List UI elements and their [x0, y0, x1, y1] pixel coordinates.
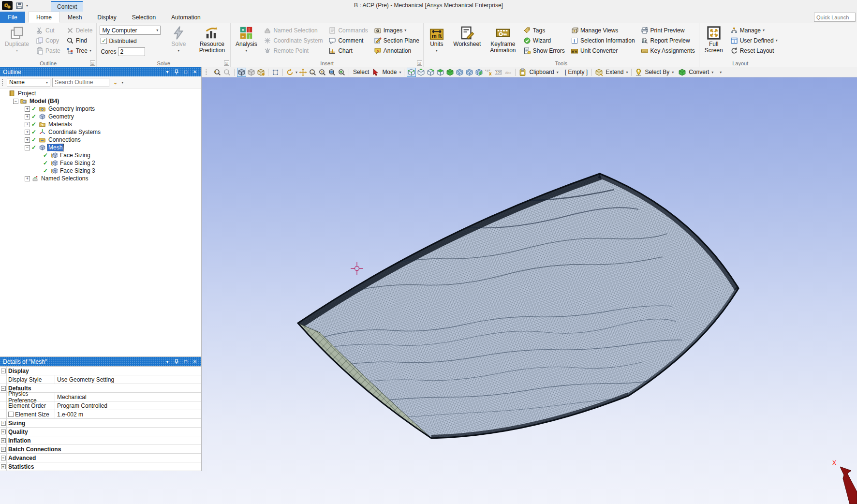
coordinate-system-button[interactable]: Coordinate System [263, 36, 324, 45]
cores-input[interactable] [118, 47, 145, 56]
details-row-advanced[interactable]: +Advanced [0, 454, 201, 462]
tab-selection[interactable]: Selection [124, 12, 163, 23]
details-expander-icon[interactable]: + [1, 464, 6, 469]
tree-item-face-sizing-3[interactable]: ✓Face Sizing 3 [0, 167, 201, 175]
tab-file[interactable]: File [0, 12, 25, 23]
property-value[interactable]: 1.e-002 m [55, 410, 201, 418]
next-zoom-icon[interactable] [223, 68, 231, 76]
rotate-icon[interactable] [286, 68, 294, 76]
tree-item-named-selections[interactable]: +Named Selections [0, 175, 201, 182]
clipboard-caret-icon[interactable]: ▾ [557, 70, 559, 74]
details-row-physics-preference[interactable]: Physics PreferenceMechanical [0, 393, 201, 401]
details-row-display-style[interactable]: Display StyleUse Geometry Setting [0, 375, 201, 384]
extend-caret-icon[interactable]: ▾ [626, 70, 628, 74]
reset-layout-button[interactable]: Reset Layout [729, 46, 779, 55]
tree-expander-icon[interactable]: + [25, 176, 30, 181]
mode-dropdown[interactable]: Mode [381, 69, 398, 75]
checkbox-unchecked-icon[interactable] [8, 412, 14, 417]
solve-button[interactable]: Solve▾ [164, 25, 192, 59]
app-icon[interactable] [2, 1, 13, 10]
details-row-element-order[interactable]: Element OrderProgram Controlled [0, 401, 201, 410]
chart-button[interactable]: Chart [327, 46, 369, 55]
select-by-caret-icon[interactable]: ▾ [672, 70, 674, 74]
filter-vertex-icon[interactable] [417, 68, 425, 76]
tree-expander-icon[interactable]: + [25, 106, 30, 112]
mesh-node-filter-icon[interactable] [456, 68, 464, 76]
details-row-gutter[interactable]: + [0, 462, 7, 471]
resource-prediction-button[interactable]: ResourcePrediction [196, 25, 227, 59]
tree-expander-icon[interactable]: + [25, 122, 30, 127]
outline-panel-header[interactable]: Outline ▾ □ ✕ [0, 67, 201, 76]
property-value[interactable]: Mechanical [55, 393, 201, 401]
convert-cube-icon[interactable] [678, 68, 686, 76]
outline-group-launcher-icon[interactable]: ◲ [90, 60, 95, 66]
tags-button[interactable]: Tags [522, 26, 566, 35]
details-expander-icon[interactable]: + [1, 430, 6, 434]
details-expander-icon[interactable]: − [1, 369, 6, 373]
maximize-icon[interactable]: □ [182, 69, 189, 75]
key-assignments-button[interactable]: Key Assignments [640, 46, 696, 55]
tab-automation[interactable]: Automation [163, 12, 208, 23]
details-row-gutter[interactable]: + [0, 419, 7, 427]
report-preview-button[interactable]: Report Preview [640, 36, 696, 45]
images-button[interactable]: Images▾ [373, 26, 420, 35]
zoom-fit-icon[interactable] [328, 68, 336, 76]
filter-body-icon[interactable] [446, 68, 454, 76]
details-row-statistics[interactable]: +Statistics [0, 462, 201, 471]
meshed-part[interactable] [298, 174, 739, 438]
details-row-batch-connections[interactable]: +Batch Connections [0, 445, 201, 454]
distributed-checkbox[interactable]: ✓Distributed [100, 36, 161, 45]
selection-information-button[interactable]: iSelection Information [570, 36, 636, 45]
details-expander-icon[interactable]: + [1, 421, 6, 426]
toolbar-overflow-icon[interactable]: ▾ [720, 70, 722, 74]
manage-views-button[interactable]: Manage Views [570, 26, 636, 35]
remote-point-button[interactable]: Remote Point [263, 46, 324, 55]
show-errors-button[interactable]: Show Errors [522, 46, 566, 55]
annotation-button[interactable]: AAnnotation [373, 46, 420, 55]
full-screen-button[interactable]: FullScreen [702, 25, 725, 59]
location-pin-icon[interactable] [635, 68, 643, 76]
pan-icon[interactable] [299, 68, 307, 76]
extend-icon[interactable] [595, 68, 603, 76]
tree-item-materials[interactable]: +✓Materials [0, 120, 201, 128]
extend-dropdown[interactable]: Extend [605, 69, 624, 75]
tree-item-connections[interactable]: +✓Connections [0, 136, 201, 144]
toolbar-grip[interactable] [204, 68, 212, 76]
details-row-display[interactable]: −Display [0, 367, 201, 375]
comment-button[interactable]: Comment [327, 36, 369, 45]
tree-item-geometry-imports[interactable]: +✓Geometry Imports [0, 105, 201, 113]
details-row-inflation[interactable]: +Inflation [0, 436, 201, 445]
label-select-icon[interactable]: Abc [504, 68, 512, 76]
max-select-icon[interactable]: 100 [494, 68, 502, 76]
coordinates-select-icon[interactable]: x,y,z [485, 68, 493, 76]
shaded-exterior-icon[interactable] [237, 68, 246, 76]
copy-button[interactable]: Copy [35, 36, 61, 45]
tree-item-project[interactable]: Project [0, 89, 201, 97]
wireframe-icon[interactable] [247, 68, 255, 76]
manage-button[interactable]: Manage▾ [729, 26, 779, 35]
named-selection-button[interactable]: Named Selection [263, 26, 324, 35]
pin-icon[interactable] [173, 358, 180, 365]
select-label[interactable]: Select [352, 69, 370, 75]
select-by-dropdown[interactable]: Select By [644, 69, 671, 75]
details-expander-icon[interactable]: − [1, 386, 6, 391]
search-options-icon[interactable]: ▾ [121, 80, 123, 85]
clipboard-icon[interactable] [518, 68, 527, 76]
solve-group-launcher-icon[interactable]: ◲ [224, 60, 229, 66]
mesh-element-face-filter-icon[interactable] [465, 68, 473, 76]
search-row-grip[interactable] [1, 78, 3, 86]
solve-target-select[interactable]: My Computer▾ [100, 26, 161, 35]
details-expander-icon[interactable]: + [1, 456, 6, 460]
maximize-icon[interactable]: □ [182, 358, 189, 365]
tree-item-model-b4-[interactable]: −Model (B4) [0, 97, 201, 105]
tree-expander-icon[interactable]: + [25, 114, 30, 119]
commands-button[interactable]: Commands [327, 26, 369, 35]
insert-group-launcher-icon[interactable]: ◲ [417, 60, 422, 66]
rotate-caret-icon[interactable]: ▾ [296, 70, 297, 74]
details-row-gutter[interactable]: − [0, 384, 7, 392]
user-defined-button[interactable]: User Defined▾ [729, 36, 779, 45]
pin-icon[interactable] [173, 69, 180, 75]
tab-display[interactable]: Display [89, 12, 124, 23]
panel-menu-icon[interactable]: ▾ [164, 69, 171, 75]
expand-search-icon[interactable]: ⌄ [111, 79, 119, 86]
